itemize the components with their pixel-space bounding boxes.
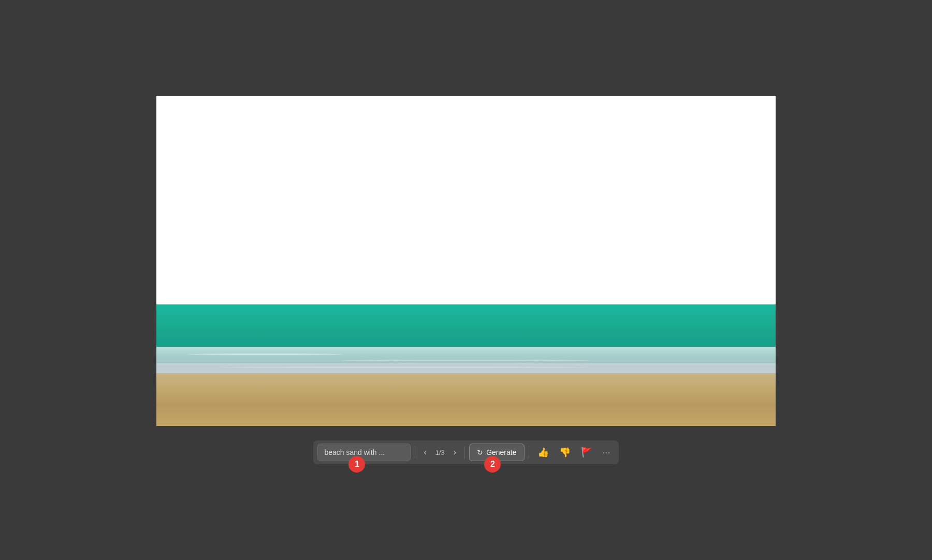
beach-scene [156, 96, 776, 426]
divider-2 [464, 446, 465, 459]
next-button[interactable]: › [449, 445, 460, 460]
more-button[interactable]: ··· [599, 445, 615, 460]
prev-button[interactable]: ‹ [419, 445, 430, 460]
flag-button[interactable]: 🚩 [577, 445, 596, 460]
flag-icon: 🚩 [581, 447, 592, 458]
toolbar-wrapper: beach sand with ... ‹ 1/3 › ↻ Generate [313, 440, 618, 464]
more-icon: ··· [603, 447, 610, 458]
divider-1 [415, 446, 415, 459]
generate-icon: ↻ [477, 448, 483, 456]
thumbs-down-icon: 👎 [559, 447, 571, 458]
divider-3 [529, 446, 529, 459]
thumbs-up-button[interactable]: 👍 [533, 445, 553, 460]
prev-icon: ‹ [424, 448, 426, 457]
sky [156, 96, 776, 304]
generate-label: Generate [486, 448, 516, 456]
main-container: beach sand with ... ‹ 1/3 › ↻ Generate [0, 0, 932, 560]
badge-1-label: 1 [355, 460, 359, 469]
page-indicator: 1/3 [432, 449, 448, 456]
next-icon: › [454, 448, 456, 457]
thumbs-up-icon: 👍 [537, 447, 549, 458]
image-frame [156, 96, 776, 426]
prompt-text: beach sand with ... [324, 448, 385, 456]
prompt-field[interactable]: beach sand with ... [317, 444, 411, 461]
thumbs-down-button[interactable]: 👎 [555, 445, 575, 460]
badge-2-label: 2 [490, 460, 495, 469]
horizon-line [156, 304, 776, 305]
badge-1: 1 [348, 456, 365, 473]
sand [156, 373, 776, 426]
nav-section: ‹ 1/3 › [419, 445, 460, 460]
badge-2: 2 [484, 456, 501, 473]
